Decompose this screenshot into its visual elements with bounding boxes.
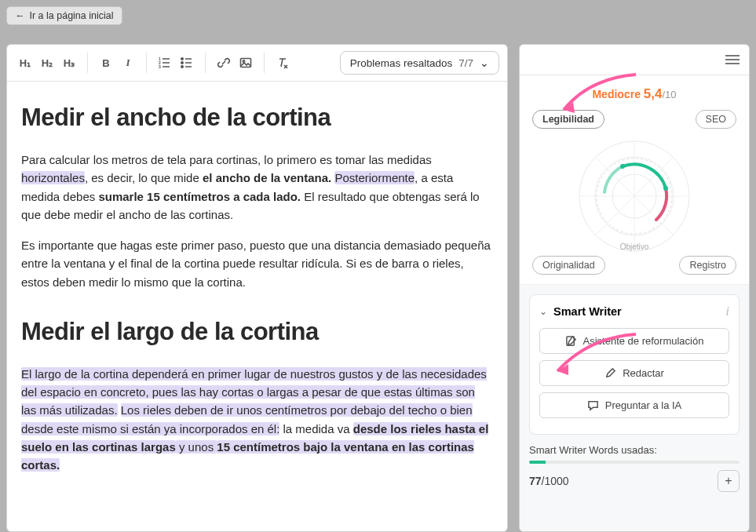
heading-1: Medir el ancho de la cortina bbox=[21, 99, 493, 137]
image-button[interactable] bbox=[236, 53, 256, 73]
smart-writer-title: Smart Writer bbox=[553, 305, 720, 318]
svg-point-7 bbox=[243, 60, 244, 62]
insert-group bbox=[214, 53, 265, 73]
bold-text: el ancho de la ventana. bbox=[203, 171, 331, 184]
list-group: 123 bbox=[155, 53, 206, 73]
clear-format-button[interactable] bbox=[272, 53, 293, 73]
problems-dropdown[interactable]: Problemas resaltados 7/7 ⌄ bbox=[340, 51, 499, 75]
svg-point-16 bbox=[620, 164, 625, 169]
chat-icon bbox=[587, 399, 599, 411]
score-card: Mediocre 5,4/10 Legibilidad SEO Original… bbox=[520, 75, 749, 285]
smart-writer-card: ⌄ Smart Writer i Asistente de reformulac… bbox=[529, 294, 740, 435]
usage-total: /1000 bbox=[542, 475, 569, 487]
add-words-button[interactable]: + bbox=[718, 470, 740, 492]
text: , es decir, lo que mide bbox=[85, 171, 203, 184]
highlight: horizontales bbox=[21, 171, 85, 184]
usage-bar bbox=[529, 461, 740, 464]
unordered-list-button[interactable] bbox=[177, 53, 197, 73]
format-group: B I bbox=[96, 53, 147, 73]
pill-seo[interactable]: SEO bbox=[696, 110, 736, 129]
radar-chart: Legibilidad SEO Originalidad Registro bbox=[529, 110, 740, 275]
score-line: Mediocre 5,4/10 bbox=[529, 86, 740, 102]
main-layout: H₁ H₂ H₃ B I 123 bbox=[6, 44, 750, 532]
editor-panel: H₁ H₂ H₃ B I 123 bbox=[6, 44, 508, 532]
svg-point-4 bbox=[181, 62, 183, 64]
bold-text: sumarle 15 centímetros a cada lado. bbox=[98, 190, 301, 203]
svg-point-3 bbox=[181, 58, 183, 60]
ask-ai-button[interactable]: Preguntar a la IA bbox=[539, 392, 729, 418]
svg-text:3: 3 bbox=[159, 64, 161, 69]
back-label: Ir a la página inicial bbox=[30, 10, 114, 21]
score-value-num: 5,4 bbox=[644, 86, 663, 101]
pencil-icon bbox=[604, 367, 616, 379]
usage-block: Smart Writer Words usadas: 77/1000 + bbox=[529, 444, 740, 492]
side-scroll: Mediocre 5,4/10 Legibilidad SEO Original… bbox=[520, 75, 749, 531]
heading-2: Medir el largo de la cortina bbox=[21, 313, 493, 351]
button-label: Preguntar a la IA bbox=[605, 399, 682, 411]
editor-toolbar: H₁ H₂ H₃ B I 123 bbox=[7, 45, 507, 82]
reformulation-button[interactable]: Asistente de reformulación bbox=[539, 328, 729, 354]
clear-group bbox=[272, 53, 301, 73]
info-icon[interactable]: i bbox=[726, 304, 729, 319]
italic-button[interactable]: I bbox=[118, 53, 138, 73]
bold-button[interactable]: B bbox=[96, 53, 116, 73]
menu-icon[interactable] bbox=[725, 53, 740, 67]
text: y unos bbox=[176, 440, 217, 454]
text: Para calcular los metros de tela para co… bbox=[21, 153, 432, 166]
heading-group: H₁ H₂ H₃ bbox=[15, 53, 88, 73]
button-label: Redactar bbox=[623, 367, 664, 379]
link-button[interactable] bbox=[214, 53, 234, 73]
svg-point-5 bbox=[181, 66, 183, 67]
chevron-down-icon: ⌄ bbox=[480, 56, 489, 69]
ordered-list-button[interactable]: 123 bbox=[155, 53, 175, 73]
paragraph: Para calcular los metros de tela para co… bbox=[21, 151, 493, 224]
problems-count: 7/7 bbox=[458, 57, 473, 69]
back-to-home-button[interactable]: ← Ir a la página inicial bbox=[6, 6, 122, 25]
side-panel: Mediocre 5,4/10 Legibilidad SEO Original… bbox=[519, 44, 750, 532]
svg-point-17 bbox=[663, 186, 668, 191]
paragraph: El largo de la cortina dependerá en prim… bbox=[21, 365, 493, 475]
usage-used: 77 bbox=[529, 475, 542, 487]
score-label: Mediocre bbox=[592, 88, 640, 100]
radar-svg bbox=[572, 133, 697, 259]
edit-icon bbox=[565, 335, 577, 347]
usage-label: Smart Writer Words usadas: bbox=[529, 444, 740, 456]
text: la medida va bbox=[279, 422, 352, 435]
score-max: /10 bbox=[662, 89, 676, 100]
highlight: Posteriormente bbox=[334, 171, 415, 184]
editor-content[interactable]: Medir el ancho de la cortina Para calcul… bbox=[7, 82, 507, 499]
side-header bbox=[520, 45, 749, 75]
pill-legibilidad[interactable]: Legibilidad bbox=[532, 110, 604, 129]
svg-rect-6 bbox=[241, 59, 251, 67]
objetivo-label: Objetivo bbox=[620, 242, 649, 251]
usage-fill bbox=[529, 461, 546, 464]
problems-label: Problemas resaltados bbox=[350, 57, 453, 69]
redactar-button[interactable]: Redactar bbox=[539, 360, 729, 386]
usage-text: 77/1000 bbox=[529, 475, 569, 487]
usage-row: 77/1000 + bbox=[529, 470, 740, 492]
h1-button[interactable]: H₁ bbox=[15, 53, 35, 73]
chevron-down-icon[interactable]: ⌄ bbox=[539, 306, 547, 317]
h2-button[interactable]: H₂ bbox=[37, 53, 57, 73]
smart-writer-header: ⌄ Smart Writer i bbox=[539, 304, 729, 319]
button-label: Asistente de reformulación bbox=[583, 335, 704, 347]
arrow-left-icon: ← bbox=[15, 10, 25, 21]
h3-button[interactable]: H₃ bbox=[59, 53, 79, 73]
paragraph: Es importante que hagas este primer paso… bbox=[21, 236, 493, 291]
